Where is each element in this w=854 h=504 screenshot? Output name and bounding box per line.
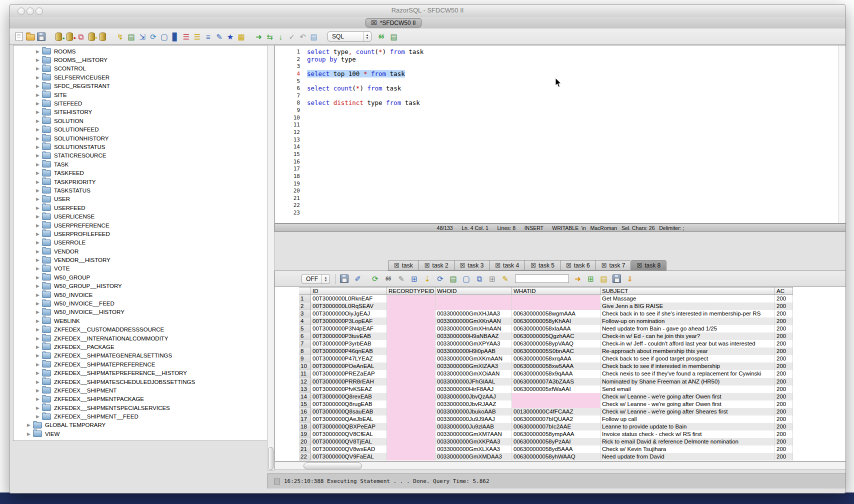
disclosure-triangle-icon[interactable]: ▶ — [35, 240, 40, 245]
table-row[interactable]: 400T3000000P3LopEAF0033000000GmXKnAAN006… — [299, 318, 793, 325]
cell-num[interactable]: 6 — [299, 332, 311, 340]
tree-item-vote[interactable]: ▶VOTE — [14, 264, 267, 273]
refresh-results-icon[interactable]: ⟳ — [370, 274, 380, 284]
database-icon[interactable] — [98, 32, 108, 42]
code-line[interactable] — [307, 122, 838, 129]
disclosure-triangle-icon[interactable]: ▶ — [35, 206, 40, 210]
tree-item-userlicense[interactable]: ▶USERLICENSE — [14, 212, 267, 220]
tree-item-zkfedex__shipmatepreference[interactable]: ▶ZKFEDEX__SHIPMATEPREFERENCE — [14, 360, 267, 368]
code-line[interactable]: select top 100 * from task — [307, 70, 838, 78]
disclosure-triangle-icon[interactable]: ▶ — [35, 144, 40, 150]
cell-whoid[interactable]: 0033000000GmXIZAA3 — [436, 362, 512, 370]
table-row[interactable]: 300T3000000OiyJgEAJ0033000000GmXHJAA3006… — [299, 310, 793, 318]
cell-ac[interactable]: 200 — [775, 416, 793, 423]
table-row[interactable]: 200T3000000L0RqSEAVGive Jenn a BIG RAISE… — [299, 302, 793, 310]
cell-subject[interactable]: Nominated by Shane Freeman at ANZ (HR50) — [600, 378, 775, 386]
result-tab-task-2[interactable]: ☒task 2 — [418, 260, 454, 270]
cell-subject[interactable]: Check nexis to see if they've found a re… — [600, 370, 775, 378]
fetch-down-icon[interactable]: ↓ — [276, 32, 286, 42]
table-row[interactable]: 600T3000000P3tuvEAB0033000000H9aNBAAZ006… — [299, 332, 793, 340]
tree-item-taskpriority[interactable]: ▶TASKPRIORITY — [14, 178, 267, 186]
edit-format-icon[interactable]: ✎ — [214, 32, 224, 42]
disclosure-triangle-icon[interactable]: ▶ — [35, 49, 40, 54]
cell-whoid[interactable]: 0033000000GmXPYAA3 — [436, 340, 512, 348]
disclosure-triangle-icon[interactable]: ▶ — [35, 136, 40, 141]
cell-subject[interactable]: Invoice status check - check w/ RS first — [600, 430, 775, 438]
code-line[interactable] — [307, 188, 838, 195]
code-line[interactable]: group by type — [307, 56, 838, 64]
code-line[interactable] — [307, 144, 838, 151]
cell-recordtypeid[interactable] — [387, 295, 436, 302]
column-header-whoid[interactable]: WHOID — [436, 288, 512, 294]
cell-num[interactable]: 17 — [299, 416, 311, 423]
cell-whoid[interactable]: 0033000000Ju9J9AAJ — [436, 416, 512, 423]
disclosure-triangle-icon[interactable]: ▶ — [35, 75, 40, 80]
cell-whatid[interactable]: 006300000058yd5AAA — [512, 446, 600, 453]
database-object-tree[interactable]: ▶ROOMS▶ROOMS__HISTORY▶SCONTROL▶SELFSERVI… — [13, 45, 267, 441]
tree-item-global temporary[interactable]: ▶GLOBAL TEMPORARY — [14, 421, 267, 430]
highlight-pen-icon[interactable]: ✎ — [500, 274, 510, 284]
cell-id[interactable]: 00T3000000P3LopEAF — [311, 318, 387, 325]
cell-recordtypeid[interactable] — [387, 438, 436, 446]
download-icon[interactable]: ⇓ — [625, 274, 634, 284]
table-row[interactable]: 1300T3000000PfvKSEAZ0033000000HirF8AAJ00… — [299, 386, 793, 393]
tree-item-solutionstatus[interactable]: ▶SOLUTIONSTATUS — [14, 142, 267, 151]
cell-id[interactable]: 00T3000000PfvKSEAZ — [311, 386, 387, 393]
align-icon[interactable]: ≡ — [204, 32, 213, 42]
results-search-input[interactable] — [515, 274, 569, 283]
cell-whoid[interactable]: 0033000000GmXHJAA3 — [436, 310, 512, 318]
cell-recordtypeid[interactable] — [387, 348, 436, 355]
table-row[interactable]: 1700T3000000QAeJbEAL0033000000Ju9J9AAJ00… — [299, 416, 793, 423]
result-tab-task-3[interactable]: ☒task 3 — [454, 260, 490, 270]
tree-item-zkfedex__package[interactable]: ▶ZKFEDEX__PACKAGE — [14, 342, 267, 351]
cell-subject[interactable]: Check w/ Leanne - we're going after Owen… — [600, 393, 775, 400]
refresh-page-icon[interactable]: ⟳ — [148, 32, 158, 42]
cell-whatid[interactable]: 006300000058ympAAA — [512, 430, 600, 438]
disclosure-triangle-icon[interactable]: ▶ — [35, 127, 40, 132]
code-line[interactable] — [307, 210, 838, 217]
cell-num[interactable]: 22 — [299, 453, 311, 460]
cell-subject[interactable]: Follow-up on nomination — [600, 318, 775, 325]
disclosure-triangle-icon[interactable]: ▶ — [35, 284, 40, 288]
cell-ac[interactable]: 200 — [775, 430, 793, 438]
cell-whoid[interactable]: 0033000000GmXHnAAN — [436, 325, 512, 332]
cell-whoid[interactable] — [436, 302, 512, 310]
tree-item-zkfedex__shipment__feed[interactable]: ▶ZKFEDEX__SHIPMENT__FEED — [14, 412, 267, 420]
code-line[interactable] — [307, 166, 838, 173]
cell-recordtypeid[interactable] — [387, 386, 436, 393]
disclosure-triangle-icon[interactable]: ▶ — [35, 101, 40, 106]
commit-check-icon[interactable]: ✓ — [287, 32, 296, 42]
cell-id[interactable]: 00T3000000OiyJgEAJ — [311, 310, 387, 318]
close-tab-icon[interactable]: ☒ — [530, 262, 536, 269]
tree-item-userprofilefeed[interactable]: ▶USERPROFILEFEED — [14, 230, 267, 238]
tree-item-solutionfeed[interactable]: ▶SOLUTIONFEED — [14, 126, 267, 134]
cell-num[interactable]: 3 — [299, 310, 311, 318]
tree-item-solution[interactable]: ▶SOLUTION — [14, 116, 267, 125]
cell-recordtypeid[interactable] — [387, 430, 436, 438]
code-line[interactable] — [307, 195, 838, 202]
cell-whoid[interactable]: 0033000000GmXKmAAN — [436, 355, 512, 362]
cell-whatid[interactable] — [512, 295, 600, 302]
cell-id[interactable]: 00T3000000Q8rexEAB — [311, 393, 387, 400]
row-limit-select[interactable]: OFF ▲▼ — [302, 274, 330, 284]
cell-recordtypeid[interactable] — [387, 325, 436, 332]
cell-whatid[interactable]: 00630000005QgzhAAC — [512, 332, 600, 340]
tree-item-task[interactable]: ▶TASK — [14, 160, 267, 168]
cell-ac[interactable]: 200 — [775, 310, 793, 318]
result-tab-task-4[interactable]: ☒task 4 — [489, 260, 524, 270]
cell-num[interactable]: 2 — [299, 302, 311, 310]
cell-num[interactable]: 4 — [299, 318, 311, 325]
cell-ac[interactable]: 200 — [775, 408, 793, 416]
cell-ac[interactable]: 200 — [775, 378, 793, 386]
table-export-icon[interactable]: ▦ — [236, 32, 246, 42]
table-row[interactable]: 2000T3000000QV8TjEAL0033000000GmXKPAA300… — [299, 438, 793, 446]
disclosure-triangle-icon[interactable]: ▶ — [35, 353, 40, 358]
disclosure-triangle-icon[interactable]: ▶ — [35, 266, 40, 271]
cell-whatid[interactable]: 006300000058yPzAAI — [512, 438, 600, 446]
cell-id[interactable]: 00T3000000P3N4pEAF — [311, 325, 387, 332]
cell-whoid[interactable]: 0033000000GmXKPAA3 — [436, 438, 512, 446]
disclosure-triangle-icon[interactable]: ▶ — [35, 388, 40, 393]
disclosure-triangle-icon[interactable]: ▶ — [35, 58, 40, 62]
edit-results-icon[interactable]: ✐ — [353, 274, 362, 284]
cell-whoid[interactable]: 0033000000H9i0pAAB — [436, 348, 512, 355]
